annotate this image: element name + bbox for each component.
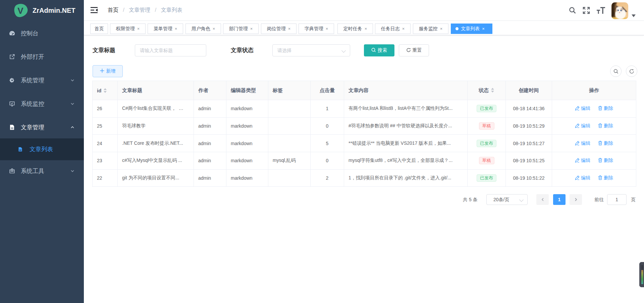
svg-text:V: V [17, 6, 23, 16]
